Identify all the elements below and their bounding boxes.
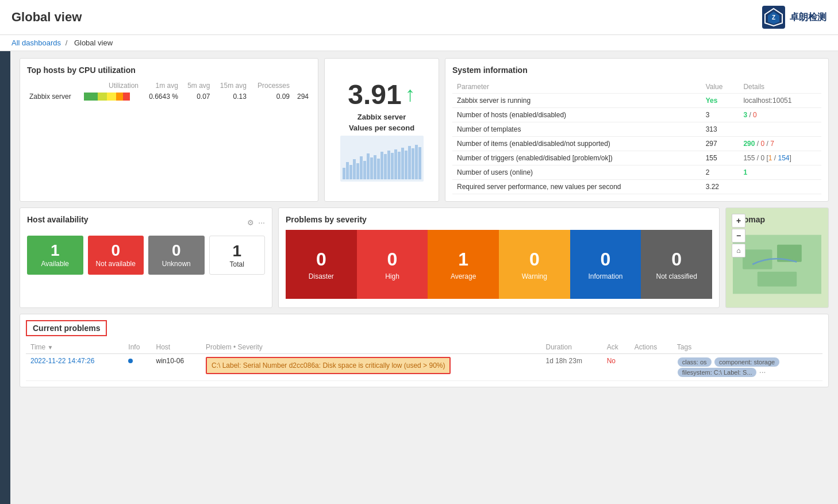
prob-box-warning[interactable]: 0 Warning (499, 230, 570, 299)
sysinfo-value: 2 (701, 166, 739, 180)
sysinfo-value: 3.22 (701, 180, 739, 194)
sysinfo-value: 155 (701, 151, 739, 166)
problems-severity-grid: 0 Disaster 0 High 1 Average 0 Warning (286, 230, 712, 299)
sysinfo-value: 3 (701, 108, 739, 122)
logo: Z 卓朗检测 (762, 6, 827, 29)
cpu-col-15m: 15m avg (212, 80, 248, 91)
chart-bar (360, 156, 363, 179)
cpu-widget-title: Top hosts by CPU utilization (27, 66, 311, 75)
logo-icon: Z (762, 6, 785, 29)
col-duration: Duration (541, 341, 602, 354)
problem-ack: No (602, 354, 630, 381)
prob-disaster-label: Disaster (309, 272, 334, 280)
sysinfo-param: Number of users (online) (452, 166, 701, 180)
table-row: Number of items (enabled/disabled/not su… (452, 137, 821, 151)
more-options-icon[interactable]: ··· (258, 218, 265, 227)
sysinfo-details: 290 / 0 / 7 (739, 137, 821, 151)
chart-bar (394, 149, 397, 179)
table-row: Zabbix server is running Yes localhost:1… (452, 94, 821, 108)
prob-box-information[interactable]: 0 Information (570, 230, 641, 299)
sysinfo-col-value: Value (701, 80, 739, 94)
tag-class[interactable]: class: os (678, 357, 712, 367)
prob-high-label: High (385, 272, 399, 280)
prob-notclass-label: Not classified (656, 272, 697, 280)
prob-warning-count: 0 (529, 249, 540, 270)
table-row: Required server performance, new values … (452, 180, 821, 194)
problem-duration: 1d 18h 23m (541, 354, 602, 381)
prob-box-disaster[interactable]: 0 Disaster (286, 230, 357, 299)
prob-info-count: 0 (601, 249, 611, 270)
prob-notclass-count: 0 (671, 249, 682, 270)
avail-box-available[interactable]: 1 Available (27, 236, 83, 275)
prob-box-high[interactable]: 0 High (357, 230, 428, 299)
vps-value: 3.91 ↑ (348, 79, 415, 110)
cpu-util-pct: 0.6643 % (141, 91, 180, 102)
breadcrumb-separator: / (66, 39, 68, 47)
cpu-col-util: Utilization (82, 80, 141, 91)
cpu-avg1: 0.07 (180, 91, 213, 102)
top-bar: Global view Z 卓朗检测 (0, 0, 838, 35)
svg-text:Z: Z (772, 14, 775, 21)
avail-available-count: 1 (33, 241, 78, 260)
chart-bar (374, 155, 376, 179)
problem-ack-link[interactable]: No (607, 357, 616, 365)
problem-description: C:\ Label: Serial Number d2cc086a: Disk … (201, 354, 541, 381)
chart-bar (343, 168, 345, 179)
avail-box-unknown[interactable]: 0 Unknown (148, 236, 205, 275)
col-ack: Ack (602, 341, 630, 354)
chart-bar (387, 151, 390, 179)
chart-bar (384, 154, 387, 179)
geomap-canvas (733, 230, 821, 299)
more-tags-icon[interactable]: ··· (759, 367, 766, 376)
breadcrumb-all-dashboards[interactable]: All dashboards (11, 39, 61, 47)
sysinfo-col-param: Parameter (452, 80, 701, 94)
prob-box-average[interactable]: 1 Average (428, 230, 499, 299)
avail-box-total[interactable]: 1 Total (209, 236, 266, 275)
avail-not-available-count: 0 (94, 241, 139, 260)
prob-info-label: Information (588, 272, 622, 280)
geomap-controls: + − ⌂ (732, 214, 745, 257)
prob-disaster-count: 0 (316, 249, 326, 270)
chart-bar (377, 159, 380, 179)
geomap-zoom-in-button[interactable]: + (732, 214, 745, 228)
table-row: Number of triggers (enabled/disabled [pr… (452, 151, 821, 166)
problems-severity-title: Problems by severity (286, 215, 712, 224)
chart-bar (398, 152, 401, 179)
geomap-home-button[interactable]: ⌂ (732, 244, 745, 257)
table-row: 2022-11-22 14:47:26 win10-06 C:\ Label: … (26, 354, 822, 381)
tag-filesystem[interactable]: filesystem: C:\ Label: S... (678, 368, 757, 377)
geomap-title: Geomap (733, 215, 821, 224)
gear-icon[interactable]: ⚙ (247, 218, 254, 227)
chart-bar (380, 152, 383, 179)
vps-chart (340, 136, 424, 182)
cpu-col-1m: 1m avg (141, 80, 180, 91)
chart-bar (346, 162, 349, 179)
problem-tags: class: os component: storage filesystem:… (672, 354, 822, 381)
prob-average-label: Average (451, 272, 476, 280)
current-problems-widget: Current problems Time ▼ Info Host Proble… (20, 314, 829, 387)
problem-cell[interactable]: C:\ Label: Serial Number d2cc086a: Disk … (206, 357, 451, 374)
sysinfo-value: 313 (701, 122, 739, 137)
prob-box-not-classified[interactable]: 0 Not classified (641, 230, 712, 299)
tag-component[interactable]: component: storage (714, 357, 779, 367)
logo-text: 卓朗检测 (790, 11, 827, 24)
avail-box-not-available[interactable]: 0 Not available (88, 236, 144, 275)
col-time: Time ▼ (26, 341, 124, 354)
problems-table: Time ▼ Info Host Problem • Severity Dura… (26, 341, 822, 381)
chart-bar (405, 151, 408, 179)
cpu-host-name: Zabbix server (27, 91, 82, 102)
sysinfo-value: 297 (701, 137, 739, 151)
problem-time: 2022-11-22 14:47:26 (26, 354, 124, 381)
vps-arrow-icon: ↑ (405, 82, 416, 106)
sysinfo-param: Number of triggers (enabled/disabled [pr… (452, 151, 701, 166)
avail-total-label: Total (216, 260, 259, 268)
cpu-proc: 294 (292, 91, 311, 102)
problem-actions (630, 354, 672, 381)
geomap-widget: Geomap + − ⌂ (725, 207, 829, 308)
breadcrumb: All dashboards / Global view (0, 35, 838, 51)
svg-rect-7 (758, 272, 797, 287)
host-availability-widget: Host availability ⚙ ··· 1 Available 0 No… (20, 207, 272, 308)
geomap-zoom-out-button[interactable]: − (732, 229, 745, 243)
problem-time-link[interactable]: 2022-11-22 14:47:26 (30, 357, 94, 365)
sysinfo-param: Zabbix server is running (452, 94, 701, 108)
